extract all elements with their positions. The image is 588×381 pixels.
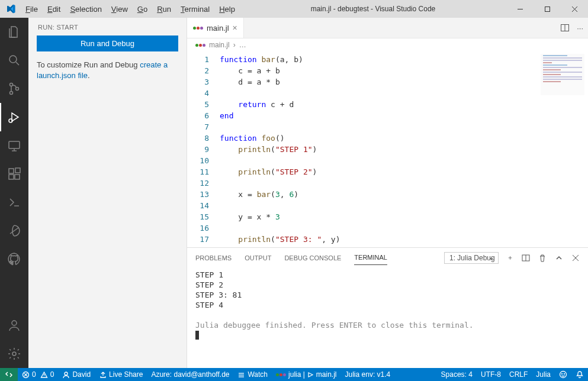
activity-remote-explorer-icon[interactable] (0, 131, 28, 160)
svg-rect-17 (15, 168, 20, 173)
status-liveshare[interactable]: Live Share (95, 368, 147, 381)
window-title: main.jl - debugtest - Visual Studio Code (240, 5, 506, 13)
svg-line-19 (10, 228, 18, 234)
menu-selection[interactable]: Selection (65, 5, 106, 14)
tab-label: main.jl (207, 24, 229, 33)
bottom-panel: PROBLEMS OUTPUT DEBUG CONSOLE TERMINAL 1… (187, 247, 588, 368)
run-and-debug-button[interactable]: Run and Debug (37, 35, 178, 51)
line-number-gutter: 12345678910111213141516171819 (187, 51, 220, 247)
maximize-panel-icon[interactable] (555, 254, 563, 262)
breadcrumb-separator-icon: › (233, 41, 236, 49)
status-eol[interactable]: CRLF (505, 370, 532, 379)
status-spaces[interactable]: Spaces: 4 (437, 370, 477, 379)
svg-rect-16 (15, 175, 20, 179)
activity-accounts-icon[interactable] (0, 311, 28, 340)
minimap[interactable] (541, 54, 584, 95)
status-remote-icon[interactable] (0, 368, 18, 381)
activity-bar (0, 18, 28, 368)
activity-extensions-icon[interactable] (0, 160, 28, 188)
split-terminal-icon[interactable] (522, 254, 530, 262)
menu-view[interactable]: View (107, 5, 133, 14)
sidebar-title: RUN: START (28, 18, 187, 35)
status-errors[interactable]: 0 (18, 368, 40, 381)
titlebar: File Edit Selection View Go Run Terminal… (0, 0, 588, 18)
julia-file-icon (193, 27, 203, 30)
status-feedback-icon[interactable] (555, 370, 571, 379)
julia-icon (276, 373, 286, 376)
status-user[interactable]: David (58, 368, 95, 381)
kill-terminal-icon[interactable] (538, 254, 547, 262)
breadcrumb-file: main.jl (209, 41, 230, 49)
sidebar-description: To customize Run and Debug create a laun… (37, 60, 178, 80)
menu-bar: File Edit Selection View Go Run Terminal… (21, 5, 240, 14)
panel-tab-debug-console[interactable]: DEBUG CONSOLE (284, 251, 341, 265)
julia-file-icon (195, 44, 205, 47)
svg-marker-9 (12, 113, 18, 121)
code-editor[interactable]: 12345678910111213141516171819 function b… (187, 51, 588, 247)
status-julia-context[interactable]: julia | main.jl (272, 368, 340, 381)
terminal-cursor (195, 331, 199, 340)
activity-github-icon[interactable] (0, 245, 28, 273)
svg-rect-14 (9, 169, 14, 173)
status-julia-env[interactable]: Julia env: v1.4 (341, 368, 395, 381)
status-language[interactable]: Julia (532, 370, 555, 379)
status-azure[interactable]: Azure: david@anthoff.de (147, 368, 233, 381)
activity-source-control-icon[interactable] (0, 75, 28, 103)
minimize-button[interactable] (506, 0, 534, 18)
close-button[interactable] (561, 0, 588, 18)
panel-tab-problems[interactable]: PROBLEMS (195, 251, 232, 265)
svg-point-6 (10, 83, 13, 86)
split-editor-icon[interactable] (560, 23, 570, 33)
tab-close-icon[interactable]: × (233, 23, 237, 33)
status-encoding[interactable]: UTF-8 (477, 370, 505, 379)
terminal-output: STEP 1 STEP 2 STEP 3: 81 STEP 4 (195, 270, 242, 309)
menu-help[interactable]: Help (214, 5, 240, 14)
svg-point-4 (9, 56, 17, 63)
svg-point-7 (10, 92, 13, 95)
activity-run-debug-icon[interactable] (0, 103, 28, 131)
activity-search-icon[interactable] (0, 46, 28, 75)
menu-file[interactable]: File (21, 5, 43, 14)
editor-group: main.jl × ··· main.jl › … 12345678910111… (187, 18, 588, 368)
status-notifications-icon[interactable] (571, 370, 588, 379)
menu-terminal[interactable]: Terminal (176, 5, 214, 14)
svg-line-5 (16, 62, 19, 65)
svg-point-39 (564, 374, 565, 374)
terminal-selector-dropdown[interactable]: 1: Julia Debug (444, 252, 499, 264)
status-warnings[interactable]: 0 (40, 368, 59, 381)
panel-tab-output[interactable]: OUTPUT (245, 251, 271, 265)
activity-terminal-icon[interactable] (0, 188, 28, 217)
tab-main-jl[interactable]: main.jl × (187, 18, 244, 38)
activity-explorer-icon[interactable] (0, 18, 28, 46)
more-actions-icon[interactable]: ··· (577, 24, 583, 33)
menu-edit[interactable]: Edit (43, 5, 65, 14)
menu-run[interactable]: Run (152, 5, 176, 14)
activity-azure-icon[interactable] (0, 217, 28, 245)
terminal-content[interactable]: STEP 1 STEP 2 STEP 3: 81 STEP 4 Julia de… (187, 267, 588, 368)
editor-tabs: main.jl × ··· (187, 18, 588, 38)
panel-tabs: PROBLEMS OUTPUT DEBUG CONSOLE TERMINAL 1… (187, 248, 588, 267)
maximize-button[interactable] (534, 0, 561, 18)
breadcrumb-rest: … (239, 41, 246, 49)
svg-point-32 (65, 372, 68, 375)
menu-go[interactable]: Go (133, 5, 152, 14)
activity-settings-icon[interactable] (0, 340, 28, 368)
svg-point-21 (12, 352, 16, 356)
svg-rect-11 (9, 141, 20, 148)
svg-point-38 (562, 374, 563, 374)
svg-rect-1 (545, 7, 550, 11)
close-panel-icon[interactable] (571, 254, 580, 262)
status-watch[interactable]: Watch (233, 368, 272, 381)
new-terminal-icon[interactable]: ＋ (507, 253, 513, 262)
svg-point-8 (16, 88, 19, 91)
terminal-finished-msg: Julia debuggee finished. Press ENTER to … (195, 321, 474, 330)
svg-rect-15 (9, 175, 14, 179)
panel-tab-terminal[interactable]: TERMINAL (354, 250, 387, 265)
breadcrumb[interactable]: main.jl › … (187, 38, 588, 51)
vscode-logo-icon (0, 4, 21, 14)
svg-marker-36 (309, 373, 313, 377)
sidebar-run: RUN: START Run and Debug To customize Ru… (28, 18, 187, 368)
svg-point-20 (12, 321, 17, 325)
code-content[interactable]: function bar(a, b) c = a + b d = a * b r… (220, 51, 588, 247)
status-bar: 0 0 David Live Share Azure: david@anthof… (0, 368, 588, 381)
